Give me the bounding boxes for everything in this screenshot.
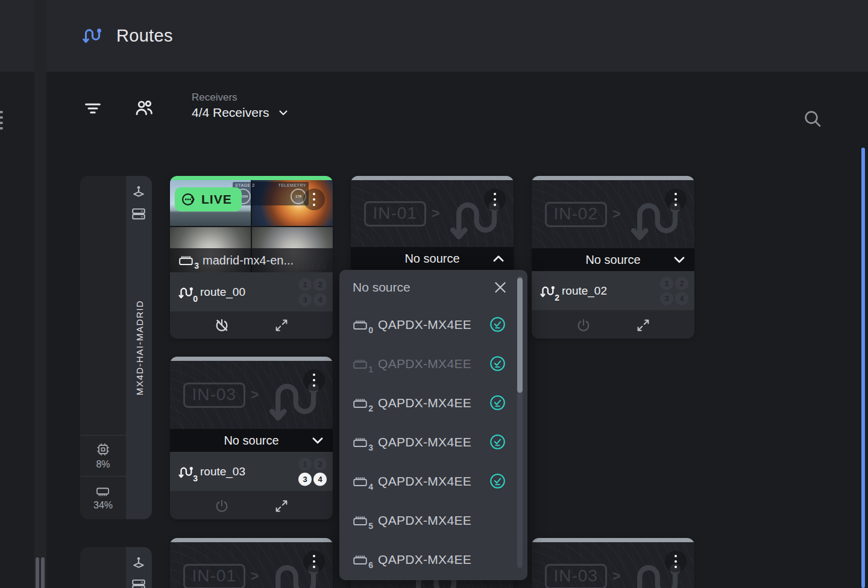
receivers-selector[interactable]: Receivers 4/4 Receivers bbox=[192, 92, 289, 120]
card-status-bar bbox=[170, 176, 333, 180]
check-circle-icon bbox=[489, 473, 506, 489]
card-menu-button[interactable] bbox=[303, 189, 325, 210]
device-panel bbox=[80, 547, 152, 588]
close-icon[interactable] bbox=[492, 280, 508, 295]
route-name: route_00 bbox=[200, 286, 245, 299]
card-pattern: IN-02 > bbox=[532, 180, 694, 248]
check-circle-icon bbox=[489, 395, 506, 411]
source-label: 3 madrid-mx4-en... bbox=[170, 248, 333, 272]
source-name: madrid-mx4-en... bbox=[203, 254, 294, 267]
panel-resize-handle[interactable] bbox=[36, 557, 39, 588]
card-pattern: IN-03 > bbox=[532, 542, 694, 588]
output-1[interactable]: 1 bbox=[298, 278, 312, 291]
page-title: Routes bbox=[116, 26, 173, 46]
output-1[interactable]: 1 bbox=[298, 457, 312, 471]
expand-button[interactable] bbox=[274, 318, 289, 333]
route-name: route_02 bbox=[562, 284, 607, 298]
card-menu-button[interactable] bbox=[303, 551, 325, 572]
filter-button[interactable] bbox=[83, 99, 102, 118]
route-card-route-02: IN-02 > No source 2 route_02 1 2 3 4 bbox=[532, 176, 694, 339]
search-button[interactable] bbox=[803, 109, 822, 128]
route-card-partial: IN-01 > bbox=[170, 538, 333, 588]
live-badge: LIVE bbox=[175, 187, 242, 211]
card-menu-button[interactable] bbox=[665, 189, 687, 210]
server-icon[interactable] bbox=[131, 206, 146, 222]
source-option-3[interactable]: 3 QAPDX-MX4EE bbox=[339, 422, 527, 461]
output-3[interactable]: 3 bbox=[660, 292, 673, 305]
expand-button[interactable] bbox=[636, 318, 650, 333]
output-2[interactable]: 2 bbox=[675, 277, 688, 290]
encoder-icon: 0 bbox=[353, 318, 368, 331]
power-off-button[interactable] bbox=[214, 317, 230, 333]
output-3[interactable]: 3 bbox=[298, 472, 312, 486]
output-4[interactable]: 4 bbox=[675, 292, 688, 305]
device-rail: MX4D-HAI-MADRID bbox=[126, 176, 152, 519]
route-row: 2 route_02 1 2 3 4 bbox=[532, 271, 694, 311]
encoder-icon: 1 bbox=[353, 357, 368, 371]
dropdown-scrollbar-thumb[interactable] bbox=[517, 278, 523, 393]
card-menu-button[interactable] bbox=[303, 369, 325, 391]
source-option-6[interactable]: 6 QAPDX-MX4EE bbox=[339, 540, 527, 579]
source-selector[interactable]: No source bbox=[170, 429, 333, 452]
card-pattern: IN-01 > bbox=[170, 542, 333, 588]
page-scrollbar[interactable] bbox=[861, 148, 865, 588]
source-option-4[interactable]: 4 QAPDX-MX4EE bbox=[339, 461, 527, 501]
ram-icon bbox=[96, 486, 110, 498]
source-selector[interactable]: No source bbox=[532, 248, 694, 271]
collapsed-menu-icon bbox=[0, 122, 3, 124]
receivers-group-button[interactable] bbox=[134, 98, 154, 118]
video-thumbnail: STAGE 2 TELEMETRY 23094 178 LIVE SPACEX … bbox=[170, 180, 333, 272]
route-row: 3 route_03 1 2 3 4 bbox=[170, 452, 333, 492]
output-3[interactable]: 3 bbox=[298, 293, 312, 306]
output-4[interactable]: 4 bbox=[313, 472, 327, 486]
chevron-down-icon bbox=[310, 433, 326, 448]
encoder-icon: 2 bbox=[353, 396, 368, 410]
cpu-icon bbox=[96, 442, 110, 457]
encoder-icon: 5 bbox=[353, 514, 368, 527]
output-indicators: 1 2 3 4 bbox=[298, 278, 327, 306]
source-option-2[interactable]: 2 QAPDX-MX4EE bbox=[339, 383, 527, 422]
routes-icon bbox=[81, 25, 101, 45]
card-status-bar bbox=[170, 538, 333, 542]
card-status-bar bbox=[532, 538, 694, 542]
left-rail bbox=[0, 72, 34, 588]
output-1[interactable]: 1 bbox=[660, 277, 673, 290]
source-selector[interactable]: No source bbox=[351, 247, 514, 270]
card-menu-button[interactable] bbox=[665, 551, 687, 572]
joystick-icon[interactable] bbox=[131, 184, 146, 200]
check-circle-icon bbox=[489, 434, 506, 450]
telemetry-label: TELEMETRY bbox=[278, 183, 306, 187]
dropdown-header: No source bbox=[339, 270, 527, 305]
joystick-icon[interactable] bbox=[131, 555, 146, 571]
expand-button[interactable] bbox=[274, 499, 289, 513]
output-4[interactable]: 4 bbox=[313, 293, 327, 306]
receivers-selection: 4/4 Receivers bbox=[192, 105, 269, 120]
card-actions bbox=[170, 312, 333, 338]
chevron-down-icon bbox=[671, 252, 687, 267]
collapsed-menu-icon bbox=[0, 116, 3, 119]
panel-resize-handle[interactable] bbox=[41, 557, 45, 588]
output-2[interactable]: 2 bbox=[313, 278, 327, 291]
telemetry-overlay: STAGE 2 TELEMETRY 23094 178 bbox=[233, 182, 309, 205]
memory-stat: 34% bbox=[80, 476, 126, 519]
source-option-1[interactable]: 1 QAPDX-MX4EE bbox=[339, 344, 527, 383]
cpu-stat: 8% bbox=[80, 435, 126, 477]
output-2[interactable]: 2 bbox=[313, 457, 327, 471]
device-rail bbox=[126, 547, 152, 588]
source-option-0[interactable]: 0 QAPDX-MX4EE bbox=[339, 305, 527, 344]
route-icon: 3 bbox=[177, 464, 193, 480]
server-icon[interactable] bbox=[131, 577, 146, 588]
chevron-up-icon bbox=[491, 251, 506, 266]
live-icon bbox=[181, 192, 197, 207]
card-status-bar bbox=[532, 176, 694, 180]
source-option-5[interactable]: 5 QAPDX-MX4EE bbox=[339, 501, 527, 540]
source-dropdown: No source 0 QAPDX-MX4EE 1 QAPDX-MX4EE 2 … bbox=[339, 270, 527, 580]
power-button[interactable] bbox=[576, 317, 591, 333]
route-row: 0 route_00 1 2 3 4 bbox=[170, 272, 333, 312]
power-button[interactable] bbox=[214, 498, 230, 514]
collapsed-menu-icon bbox=[0, 127, 3, 130]
card-menu-button[interactable] bbox=[484, 189, 506, 210]
check-circle-icon bbox=[489, 316, 506, 333]
route-card-route-03: IN-03 > No source 3 route_03 1 2 3 4 bbox=[170, 357, 333, 519]
encoder-icon: 4 bbox=[353, 475, 368, 488]
